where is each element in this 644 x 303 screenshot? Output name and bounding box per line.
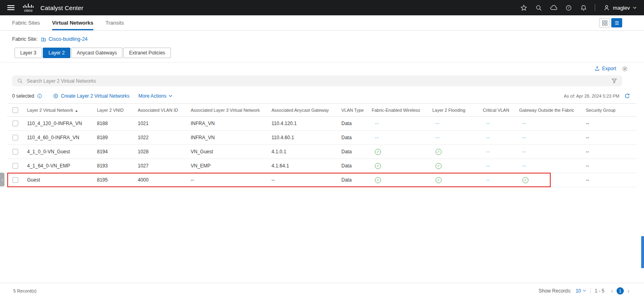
row-checkbox[interactable] [13,163,18,169]
row-checkbox[interactable] [13,149,18,155]
cell-gateway_outside: -- [519,121,586,126]
col-critical-vlan[interactable]: Critical VLAN [483,108,519,113]
check-circle-icon: ✓ [375,177,381,183]
cell-critical_vlan: -- [483,177,519,183]
notifications-bell-icon[interactable] [580,4,587,11]
cell-anycast_gw: 110.4.60.1 [271,135,341,140]
dash-value: -- [486,135,490,140]
cell-l3vn: VN_EMP [191,163,271,169]
row-checkbox[interactable] [13,135,18,140]
col-layer2-vnid[interactable]: Layer 2 VNID [97,108,138,113]
table-row[interactable]: 110_4_60_0-INFRA_VN81891022INFRA_VN110.4… [7,131,637,145]
user-name: maglev [613,5,630,11]
table-row[interactable]: 110_4_120_0-INFRA_VN81881021INFRA_VN110.… [7,117,637,131]
menu-icon[interactable] [7,5,15,10]
row-checkbox[interactable] [13,121,18,126]
tab-extranet-policies[interactable]: Extranet Policies [123,48,170,58]
tab-fabric-sites[interactable]: Fabric Sites [12,15,40,30]
cell-vnid: 8194 [97,149,138,155]
cell-l3vn: INFRA_VN [191,135,271,140]
table-row[interactable]: 4_1_64_0-VN_EMP81931027VN_EMP4.1.64.1Dat… [7,159,637,173]
table-settings-gear-icon[interactable] [622,66,628,72]
refresh-icon[interactable] [624,93,630,99]
select-all-checkbox[interactable] [13,107,18,113]
dash-value: -- [375,135,379,140]
fabric-site-name: Cisco-buidling-24 [48,36,88,42]
cell-l2vn: 110_4_60_0-INFRA_VN [27,135,97,140]
next-page-button[interactable]: › [627,288,629,294]
cell-vnid: 8193 [97,163,138,169]
cell-vlan_type: Data [341,177,372,183]
fabric-site-label: Fabric Site: [12,36,38,42]
cell-anycast_gw: 4.1.0.1 [271,149,341,155]
dash-value: -- [486,149,490,155]
col-layer2-flooding[interactable]: Layer 2 Flooding [432,108,483,113]
fabric-site-link[interactable]: Cisco-buidling-24 [41,36,88,42]
col-associated-l3-vn[interactable]: Associated Layer 3 Virtual Network [191,108,271,113]
cell-security_group: -- [586,121,637,126]
col-associated-vlan-id[interactable]: Associated VLAN ID [138,108,191,113]
search-bar[interactable] [12,75,622,86]
vertical-scrollbar-thumb[interactable] [641,236,644,268]
dash-value: -- [522,135,526,140]
create-layer2-vn-button[interactable]: Create Layer 2 Virtual Networks [53,93,130,99]
cell-anycast_gw: 4.1.64.1 [271,163,341,169]
filter-funnel-icon[interactable] [611,78,617,84]
table-row[interactable]: 4_1_0_0-VN_Guest81941028VN_Guest4.1.0.1D… [7,145,637,159]
list-view-button[interactable] [611,18,622,27]
export-button[interactable]: Export [594,66,616,71]
prev-page-button[interactable]: ‹ [611,288,613,294]
page-size-select[interactable]: 10 [576,288,586,294]
cell-fabric_enabled_wireless: ✓ [372,163,432,169]
col-layer2-virtual-network[interactable]: Layer 2 Virtual Network▲ [27,108,97,113]
table-footer: 5 Record(s) Show Records: 10 1 - 5 ‹ 1 › [0,283,644,303]
tab-anycast-gateways[interactable]: Anycast Gateways [71,48,122,58]
table-row-highlighted[interactable]: Guest81954000----Data✓✓--✓-- [7,173,637,187]
app-title: Catalyst Center [40,4,83,11]
user-menu[interactable]: maglev [603,4,637,11]
building-icon [41,36,46,42]
grid-view-icon [602,20,608,26]
tab-transits[interactable]: Transits [105,15,124,30]
cell-vlan_id: 4000 [138,177,191,183]
current-page-button[interactable]: 1 [617,287,624,295]
col-fabric-enabled-wireless[interactable]: Fabric-Enabled Wireless [372,108,432,113]
chevron-down-icon [168,94,173,98]
search-icon[interactable] [535,4,542,11]
tab-layer-2[interactable]: Layer 2 [43,48,70,58]
grid-view-button[interactable] [599,18,610,27]
record-count: 5 Record(s) [13,288,36,293]
cell-security_group: -- [586,163,637,169]
tab-layer-3[interactable]: Layer 3 [15,48,42,58]
cloud-icon[interactable] [550,4,557,11]
cell-layer2_flooding: ✓ [432,163,483,169]
info-icon[interactable] [37,93,42,99]
user-icon [603,4,610,11]
collapse-panel-handle[interactable]: ‹ [0,173,4,186]
cell-security_group: -- [586,149,637,155]
cell-layer2_flooding: -- [432,121,483,126]
cell-fabric_enabled_wireless: ✓ [372,148,432,155]
actions-row: 0 selected Create Layer 2 Virtual Networ… [12,92,630,100]
list-view-icon [614,20,620,26]
tab-virtual-networks[interactable]: Virtual Networks [52,15,93,30]
col-vlan-type[interactable]: VLAN Type [341,108,372,113]
cell-security_group: -- [586,177,637,183]
cell-gateway_outside: ✓ [519,177,586,183]
col-security-group[interactable]: Security Group [586,108,637,113]
help-icon[interactable]: ? [565,4,572,11]
cell-critical_vlan: -- [483,163,519,169]
row-checkbox[interactable] [13,177,18,183]
col-gateway-outside-fabric[interactable]: Gateway Outside the Fabric [519,108,586,113]
cell-vnid: 8188 [97,121,138,126]
plus-circle-icon [53,93,59,99]
cell-l2vn: 110_4_120_0-INFRA_VN [27,121,97,126]
col-associated-anycast-gateway[interactable]: Associated Anycast Gateway [271,108,341,113]
more-actions-button[interactable]: More Actions [139,93,173,99]
search-input[interactable] [27,78,608,84]
cell-layer2_flooding: -- [432,135,483,140]
cell-l3vn: -- [191,177,271,183]
favorites-star-icon[interactable] [520,4,527,11]
dash-value: -- [522,149,526,155]
sort-asc-icon: ▲ [75,109,78,113]
